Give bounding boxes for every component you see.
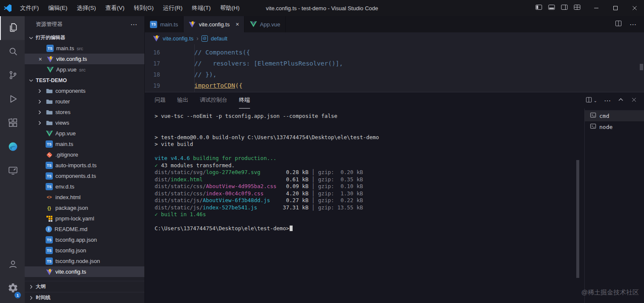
tree-item-package-json[interactable]: {}package.json <box>25 203 144 213</box>
code-line: 17// resolvers: [ElementPlusResolver()], <box>145 58 644 69</box>
menu-g[interactable]: 转到(G) <box>129 0 158 16</box>
menu-f[interactable]: 文件(F) <box>15 0 43 16</box>
activity-edge-tools-button[interactable] <box>0 135 25 159</box>
close-window-button[interactable] <box>625 0 644 16</box>
tree-item-stores[interactable]: stores <box>25 107 144 117</box>
html-icon: <> <box>46 194 53 201</box>
activity-account-button[interactable] <box>0 253 25 277</box>
watermark: @稀土掘金技术社区 <box>581 289 639 297</box>
folder-icon <box>46 98 53 105</box>
activity-source-control-button[interactable] <box>0 64 25 88</box>
tree-item-index-html[interactable]: <>index.html <box>25 192 144 203</box>
breadcrumb-symbol[interactable]: default <box>211 35 227 42</box>
split-terminal-icon[interactable] <box>586 97 592 105</box>
terminal-session-node[interactable]: node <box>585 121 644 132</box>
menu-s[interactable]: 选择(S) <box>72 0 101 16</box>
panel-tab-[interactable]: 输出 <box>177 92 188 109</box>
panel-more-actions-icon[interactable]: ⋯ <box>604 97 611 105</box>
activity-extensions-button[interactable] <box>0 111 25 135</box>
customize-layout-icon[interactable] <box>574 4 581 12</box>
maximize-button[interactable] <box>606 0 625 16</box>
panel-tab-[interactable]: 终端 <box>239 92 250 109</box>
editor-scrollbar[interactable] <box>640 64 643 70</box>
chevron-down-icon <box>28 34 34 41</box>
terminal-line: > vite build <box>155 141 584 148</box>
menu-t[interactable]: 终端(T) <box>187 0 216 16</box>
chevron-right-icon <box>28 294 34 301</box>
terminal-output[interactable]: > vue-tsc --noEmit -p tsconfig.app.json … <box>145 109 584 303</box>
chevron-right-icon <box>36 109 43 116</box>
tree-item-vite-config-ts[interactable]: vite.config.ts <box>25 266 144 277</box>
maximize-panel-icon[interactable] <box>618 97 624 105</box>
tree-item-tsconfig-app-json[interactable]: TStsconfig.app.json <box>25 234 144 245</box>
item-label: App.vue <box>55 130 76 137</box>
tree-item-pnpm-lock-yaml[interactable]: pnpm-lock.yaml <box>25 213 144 224</box>
tree-item-gitignore[interactable]: .gitignore <box>25 149 144 160</box>
chevron-right-icon <box>36 119 43 126</box>
project-section-header[interactable]: TEST-DEMO <box>25 75 144 86</box>
activity-search-button[interactable] <box>0 40 25 64</box>
panel-tab-[interactable]: 调试控制台 <box>200 92 227 109</box>
panel-tab-[interactable]: 问题 <box>155 92 166 109</box>
activity-devtools-button[interactable] <box>0 159 25 183</box>
toggle-panel-icon[interactable] <box>548 4 555 12</box>
tree-item-main-ts[interactable]: TSmain.ts <box>25 139 144 149</box>
tree-item-auto-imports-d-ts[interactable]: TSauto-imports.d.ts <box>25 160 144 171</box>
terminal-session-cmd[interactable]: cmd <box>585 110 644 121</box>
chevron-slot <box>36 172 43 180</box>
close-tab-icon[interactable]: × <box>236 21 239 28</box>
menu-v[interactable]: 查看(V) <box>101 0 129 16</box>
outline-section-header[interactable]: 大纲 <box>25 281 144 292</box>
editor-more-actions-icon[interactable]: ⋯ <box>630 20 636 29</box>
terminal-profile-dropdown-icon[interactable]: ⌄ <box>594 98 597 103</box>
tree-item-tsconfig-json[interactable]: TStsconfig.json <box>25 245 144 256</box>
toggle-secondary-sidebar-icon[interactable] <box>561 4 568 12</box>
file-detail: src <box>77 46 83 51</box>
activity-run-debug-button[interactable] <box>0 88 25 111</box>
editor-tab-vite-config-ts[interactable]: vite.config.ts× <box>184 16 244 32</box>
tree-item-readme-md[interactable]: iREADME.md <box>25 224 144 234</box>
minimize-button[interactable] <box>586 0 606 16</box>
settings-badge: 1 <box>14 292 21 298</box>
close-slot <box>37 66 44 73</box>
item-label: vite.config.ts <box>55 269 86 275</box>
terminal-scrollbar[interactable] <box>576 160 579 278</box>
item-label: tsconfig.node.json <box>55 258 100 264</box>
menu-e[interactable]: 编辑(E) <box>43 0 72 16</box>
tree-item-env-d-ts[interactable]: TSenv.d.ts <box>25 181 144 192</box>
tree-item-router[interactable]: router <box>25 96 144 107</box>
menu-r[interactable]: 运行(R) <box>158 0 187 16</box>
activity-explorer-button[interactable] <box>0 16 25 40</box>
toggle-sidebar-icon[interactable] <box>535 4 542 12</box>
breadcrumb-file[interactable]: vite.config.ts <box>163 35 193 42</box>
open-editor-vite-config-ts[interactable]: ×vite.config.ts <box>25 54 144 64</box>
tree-item-tsconfig-node-json[interactable]: TStsconfig.node.json <box>25 256 144 266</box>
code-editor[interactable]: 16// Components({17// resolvers: [Elemen… <box>145 44 644 92</box>
tab-label: main.ts <box>160 21 178 28</box>
more-actions-icon[interactable]: ⋯ <box>130 20 138 29</box>
editor-tab-app-vue[interactable]: App.vue <box>244 16 286 32</box>
git-icon <box>46 151 53 158</box>
activity-settings-button[interactable]: 1 <box>0 277 25 300</box>
tree-item-views[interactable]: views <box>25 117 144 128</box>
close-panel-icon[interactable] <box>631 97 637 105</box>
chevron-slot <box>36 215 43 222</box>
open-editors-section-header[interactable]: 打开的编辑器 <box>25 32 144 43</box>
line-number: 18 <box>145 69 169 80</box>
open-editor-main-ts[interactable]: TSmain.tssrc <box>25 43 144 54</box>
editor-tab-main-ts[interactable]: TSmain.ts <box>145 16 184 32</box>
timeline-section-header[interactable]: 时间线 <box>25 292 144 303</box>
vite-icon <box>152 35 160 42</box>
tree-item-app-vue[interactable]: App.vue <box>25 128 144 139</box>
tree-item-components-d-ts[interactable]: TScomponents.d.ts <box>25 171 144 181</box>
tree-item-components[interactable]: components <box>25 86 144 96</box>
split-editor-icon[interactable] <box>615 20 622 29</box>
terminal-line: dist/index.html 0.61 kB │ gzip: 0.35 kB <box>155 176 584 183</box>
open-editor-app-vue[interactable]: App.vuesrc <box>25 64 144 75</box>
menu-h[interactable]: 帮助(H) <box>216 0 244 16</box>
close-icon[interactable]: × <box>37 55 44 63</box>
line-number: 19 <box>145 80 169 91</box>
extensions-icon <box>8 117 18 130</box>
vscode-logo-icon <box>0 4 15 12</box>
activity-bar-spacer <box>0 183 25 253</box>
